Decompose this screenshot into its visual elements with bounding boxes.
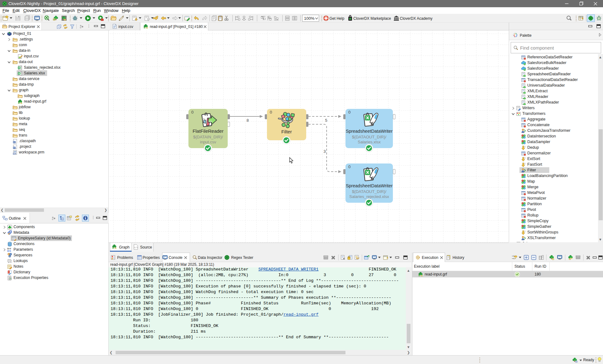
svg-text:3: 3 xyxy=(323,149,326,154)
svg-text:5: 5 xyxy=(325,118,327,123)
svg-text:8: 8 xyxy=(247,118,249,123)
svg-text:X=Y: X=Y xyxy=(7,248,11,250)
svg-text:A=1: A=1 xyxy=(7,250,11,252)
svg-text:</>: </> xyxy=(134,246,138,249)
